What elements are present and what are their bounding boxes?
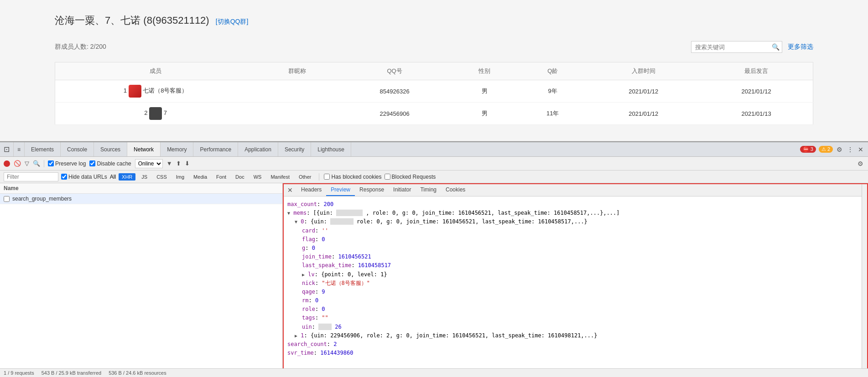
avatar — [149, 107, 162, 120]
json-line: qage: 9 — [287, 288, 863, 296]
throttle-icon[interactable]: ▼ — [166, 160, 172, 167]
upload-icon[interactable]: ⬆ — [176, 160, 181, 167]
network-toolbar: 🚫 ▽ 🔍 Preserve log Disable cache Online … — [0, 157, 868, 170]
record-button[interactable] — [4, 160, 10, 167]
preserve-log-label[interactable]: Preserve log — [48, 160, 86, 167]
search-input[interactable] — [695, 44, 772, 51]
group-title: 沧海一粟、7、七诺 (8(963521112) [切换QQ群] — [55, 14, 813, 27]
filter-manifest[interactable]: Manifest — [267, 173, 293, 181]
filter-ws[interactable]: WS — [250, 173, 265, 181]
filter-input[interactable] — [4, 172, 58, 181]
tab-network[interactable]: Network — [127, 142, 161, 157]
blocked-requests-label[interactable]: Blocked Requests — [385, 174, 436, 180]
has-blocked-cookies-checkbox[interactable] — [324, 174, 330, 180]
has-blocked-cookies-label[interactable]: Has blocked cookies — [324, 174, 381, 180]
group-page: 沧海一粟、7、七诺 (8(963521112) [切换QQ群] 群成员人数: 2… — [0, 0, 868, 141]
switch-group-link[interactable]: [切换QQ群] — [216, 18, 249, 25]
request-list: Name search_group_members — [0, 183, 283, 377]
expand-icon[interactable] — [295, 331, 297, 340]
member-age: 11年 — [518, 103, 587, 125]
member-count: 群成员人数: 2/200 — [55, 43, 106, 51]
clear-button[interactable]: 🚫 — [14, 160, 21, 167]
hide-data-urls-label[interactable]: Hide data URLs — [61, 174, 107, 180]
avatar — [129, 85, 141, 98]
hide-data-urls-checkbox[interactable] — [61, 174, 67, 180]
filter-icon[interactable]: ▽ — [25, 160, 29, 167]
scroll-indicator[interactable] — [862, 184, 867, 376]
expand-icon[interactable] — [302, 270, 305, 279]
tab-memory[interactable]: Memory — [161, 142, 193, 157]
json-line: join_time: 1610456521 — [287, 253, 863, 261]
col-qq: QQ号 — [338, 62, 451, 80]
tab-performance[interactable]: Performance — [193, 142, 238, 157]
close-icon[interactable]: ✕ — [857, 145, 864, 154]
tab-timing[interactable]: Timing — [416, 184, 441, 196]
search-icon[interactable]: 🔍 — [33, 160, 40, 167]
member-name: 七诺（8号客服） — [143, 87, 187, 94]
filter-font[interactable]: Font — [213, 173, 229, 181]
tab-sources[interactable]: Sources — [94, 142, 127, 157]
member-qq: 854926326 — [338, 80, 451, 103]
tab-initiator[interactable]: Initiator — [389, 184, 416, 196]
settings-icon-2[interactable]: ⚙ — [857, 159, 864, 168]
blocked-requests-checkbox[interactable] — [385, 174, 390, 180]
group-info-bar: 群成员人数: 2/200 🔍 更多筛选 — [55, 41, 813, 53]
tab-console[interactable]: Console — [61, 142, 94, 157]
member-qq: 229456906 — [338, 103, 451, 125]
filter-doc[interactable]: Doc — [232, 173, 248, 181]
tab-response[interactable]: Response — [355, 184, 389, 196]
tab-lighthouse[interactable]: Lighthouse — [311, 142, 351, 157]
more-icon[interactable]: ⋮ — [846, 145, 854, 154]
member-age: 9年 — [518, 80, 587, 103]
preview-content: max_count: 200 mems: [{uin: ████████ , r… — [284, 196, 867, 377]
member-last-speak: 2021/01/12 — [700, 80, 813, 103]
filter-other[interactable]: Other — [296, 173, 315, 181]
devtools-icon-console[interactable]: ≡ — [14, 142, 25, 157]
tab-cookies[interactable]: Cookies — [441, 184, 470, 196]
devtools-icon-inspect[interactable]: ⊡ — [0, 142, 14, 157]
json-line: mems: [{uin: ████████ , role: 0, g: 0, j… — [287, 209, 863, 217]
devtools-tabs-bar: ⊡ ≡ Elements Console Sources Network Mem… — [0, 142, 868, 157]
throttle-select[interactable]: Online — [135, 159, 163, 168]
filter-xhr[interactable]: XHR — [119, 173, 135, 181]
response-tabs: ✕ Headers Preview Response Initiator Tim… — [284, 184, 867, 196]
close-panel-button[interactable]: ✕ — [287, 186, 293, 194]
preserve-log-checkbox[interactable] — [48, 160, 54, 166]
member-nickname — [256, 103, 338, 125]
expand-icon[interactable] — [287, 209, 290, 217]
tab-preview[interactable]: Preview — [326, 184, 355, 196]
error-badge: ⛔ 3 — [800, 146, 816, 153]
download-icon[interactable]: ⬇ — [185, 160, 190, 167]
request-checkbox[interactable] — [4, 196, 10, 202]
request-name: search_group_members — [12, 196, 72, 202]
filter-js[interactable]: JS — [138, 173, 151, 181]
json-line: uin: ████ 26 — [287, 323, 863, 331]
tab-security[interactable]: Security — [278, 142, 311, 157]
filter-media[interactable]: Media — [190, 173, 210, 181]
col-age: Q龄 — [518, 62, 587, 80]
more-filter-button[interactable]: 更多筛选 — [788, 43, 813, 51]
filter-separator — [319, 173, 319, 181]
expand-icon[interactable] — [295, 217, 297, 226]
tab-headers[interactable]: Headers — [296, 184, 326, 196]
col-nickname: 群昵称 — [256, 62, 338, 80]
tab-elements[interactable]: Elements — [25, 142, 61, 157]
col-last-speak: 最后发言 — [700, 62, 813, 80]
list-item[interactable]: search_group_members — [0, 194, 282, 204]
member-nickname — [256, 80, 338, 103]
member-index: 2 7 — [55, 103, 256, 125]
search-box: 🔍 — [691, 41, 782, 53]
disable-cache-label[interactable]: Disable cache — [89, 160, 131, 167]
filter-bar: Hide data URLs All XHR JS CSS Img Media … — [0, 170, 868, 183]
filter-img[interactable]: Img — [173, 173, 187, 181]
settings-icon[interactable]: ⚙ — [836, 145, 843, 154]
json-line: lv: {point: 0, level: 1} — [287, 270, 863, 279]
transferred-size: 543 B / 25.9 kB transferred — [42, 370, 101, 376]
disable-cache-checkbox[interactable] — [89, 160, 95, 166]
member-join-time: 2021/01/12 — [587, 103, 700, 125]
tab-application[interactable]: Application — [238, 142, 278, 157]
search-icon[interactable]: 🔍 — [772, 43, 780, 51]
member-gender: 男 — [451, 80, 519, 103]
json-line: flag: 0 — [287, 235, 863, 244]
filter-css[interactable]: CSS — [153, 173, 170, 181]
